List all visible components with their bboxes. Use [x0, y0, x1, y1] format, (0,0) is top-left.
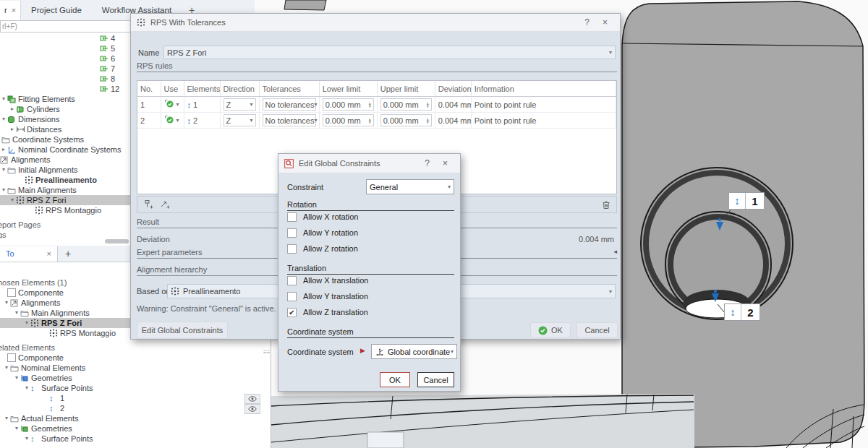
- ok-button[interactable]: OK: [530, 322, 571, 338]
- chevron-right-icon[interactable]: ▸: [9, 104, 16, 114]
- table-row[interactable]: 1▾↕ 1Z▾No tolerances▾0.000 mm▴▾0.000 mm▴…: [137, 97, 616, 113]
- tree-item-geometries[interactable]: ▾Geometries: [0, 373, 271, 383]
- chevron-down-icon[interactable]: ▾: [3, 413, 10, 423]
- use-toggle[interactable]: ▾: [161, 97, 184, 113]
- chevron-down-icon[interactable]: ▾: [3, 298, 10, 308]
- checkbox-allow-z-rotation[interactable]: Allow Z rotation: [287, 242, 358, 255]
- tree-item-nominal-elements[interactable]: ▾Nominal Elements: [0, 363, 271, 373]
- checkbox-allow-x-translation[interactable]: Allow X translation: [287, 274, 369, 287]
- chevron-right-icon[interactable]: ▸: [0, 145, 7, 155]
- tree-item-fitting-elements[interactable]: ▾Fitting Elements: [0, 94, 130, 104]
- tree-item-preallineamento[interactable]: Preallineamento: [0, 175, 130, 185]
- tree-item-4[interactable]: 4: [0, 33, 130, 43]
- tree-item-dimensions[interactable]: ▾Dimensions: [0, 114, 130, 124]
- chevron-down-icon[interactable]: ▾: [13, 423, 20, 434]
- horizontal-scrollbar[interactable]: [105, 239, 129, 244]
- upper-limit-input[interactable]: 0.000 mm▴▾: [377, 97, 435, 113]
- collapse-icon[interactable]: ◂: [613, 248, 617, 255]
- chevron-down-icon[interactable]: ▾: [3, 363, 10, 373]
- lower-limit-input[interactable]: 0.000 mm▴▾: [319, 113, 377, 129]
- point-label-2[interactable]: ↕ 2: [724, 303, 760, 321]
- tree-item-7[interactable]: 7: [0, 64, 130, 74]
- chevron-right-icon[interactable]: ▸: [9, 124, 16, 134]
- chevron-down-icon[interactable]: ▾: [23, 318, 30, 328]
- ok-button[interactable]: OK: [380, 372, 410, 387]
- lower-limit-input[interactable]: 0.000 mm▴▾: [319, 97, 377, 113]
- chevron-down-icon[interactable]: ▾: [0, 114, 7, 124]
- help-button[interactable]: ?: [418, 158, 436, 168]
- checkbox-box[interactable]: [287, 212, 297, 222]
- dialog-titlebar[interactable]: Edit Global Constraints ? ×: [278, 154, 460, 173]
- column-header-no[interactable]: No.: [137, 81, 161, 97]
- tree-item-8[interactable]: 8: [0, 74, 130, 84]
- column-header-deviation[interactable]: Deviation: [435, 81, 471, 97]
- chevron-down-icon[interactable]: ▾: [13, 373, 20, 383]
- tree-item-1[interactable]: ↕1: [0, 393, 271, 403]
- direction-select[interactable]: Z▾: [220, 113, 259, 129]
- checkbox-box[interactable]: [287, 292, 297, 301]
- column-header-direction[interactable]: Direction: [220, 81, 259, 97]
- tree-item-12[interactable]: 12: [0, 84, 130, 94]
- add-tab-button-2[interactable]: +: [58, 248, 78, 259]
- constraint-combo[interactable]: General ▾: [366, 179, 454, 194]
- tree-item-coordinate-systems[interactable]: Coordinate Systems: [0, 134, 130, 145]
- close-icon[interactable]: ×: [12, 6, 16, 14]
- tree-item-initial-alignments[interactable]: ▾Initial Alignments: [0, 165, 130, 175]
- chevron-down-icon[interactable]: ▾: [0, 94, 7, 104]
- column-header-elements[interactable]: Elements: [184, 81, 220, 97]
- chevron-down-icon[interactable]: ▾: [23, 434, 30, 444]
- close-icon[interactable]: ×: [47, 249, 51, 258]
- tree-item-nominal-coordinate-systems[interactable]: ▸Nominal Coordinate Systems: [0, 145, 130, 155]
- tree-item-6[interactable]: 6: [0, 53, 130, 64]
- dialog-titlebar[interactable]: RPS With Tolerances ? ×: [131, 14, 620, 32]
- column-header-use[interactable]: Use: [161, 81, 184, 97]
- tab-to[interactable]: To ×: [0, 246, 58, 262]
- cancel-button[interactable]: Cancel: [576, 322, 618, 338]
- edit-global-constraints-button[interactable]: Edit Global Constraints: [137, 322, 228, 339]
- search-input[interactable]: [0, 20, 133, 33]
- section-label-elated-elements[interactable]: elated Elements: [0, 343, 271, 353]
- tree-item-rps-montaggio[interactable]: RPS Montaggio: [0, 205, 130, 215]
- tab-project-guide[interactable]: Project Guide: [21, 6, 92, 14]
- tree-item-2[interactable]: ↕2: [0, 403, 271, 413]
- column-header-upper-limit[interactable]: Upper limit: [377, 81, 435, 97]
- tree-item-componente[interactable]: Componente: [0, 353, 271, 363]
- tree-item-alignments[interactable]: Alignments: [0, 155, 130, 165]
- chevron-down-icon[interactable]: ▾: [13, 308, 20, 318]
- tree-item-actual-elements[interactable]: ▾Actual Elements: [0, 413, 271, 423]
- checkbox-box[interactable]: ✔: [287, 308, 297, 317]
- tab-current[interactable]: r ×: [0, 1, 21, 20]
- splitter-grip[interactable]: ≡≡: [263, 349, 270, 356]
- eye-icon[interactable]: [244, 394, 260, 404]
- add-point-button[interactable]: [143, 199, 154, 210]
- chevron-down-icon[interactable]: ▾: [0, 185, 7, 195]
- name-combo[interactable]: RPS Z Fori ▾: [163, 46, 616, 59]
- chevron-down-icon[interactable]: ▾: [9, 195, 16, 205]
- tolerances-select[interactable]: No tolerances▾: [259, 97, 319, 113]
- help-button[interactable]: ?: [578, 17, 596, 27]
- add-direction-button[interactable]: [160, 199, 171, 210]
- point-label-1[interactable]: ↕ 1: [728, 192, 765, 210]
- column-header-lower-limit[interactable]: Lower limit: [319, 81, 377, 97]
- checkbox-allow-z-translation[interactable]: ✔Allow Z translation: [287, 306, 368, 319]
- section-label-eport-pages[interactable]: eport Pages: [0, 220, 130, 230]
- tree-item-surface-points[interactable]: ▾↕Surface Points: [0, 434, 271, 444]
- tree-item-rps-z-fori[interactable]: ▾RPS Z Fori: [0, 195, 130, 205]
- direction-select[interactable]: Z▾: [220, 97, 259, 113]
- tree-item-main-alignments[interactable]: ▾Main Alignments: [0, 185, 130, 195]
- column-header-information[interactable]: Information: [471, 81, 616, 97]
- chevron-down-icon[interactable]: ▾: [0, 165, 7, 175]
- tree-item-surface-points[interactable]: ▾↕Surface Points: [0, 383, 271, 393]
- column-header-tolerances[interactable]: Tolerances: [259, 81, 319, 97]
- eye-icon[interactable]: [244, 404, 260, 414]
- close-button[interactable]: ×: [596, 17, 614, 27]
- checkbox-box[interactable]: [287, 228, 297, 238]
- chevron-down-icon[interactable]: ▾: [23, 383, 30, 393]
- tolerances-select[interactable]: No tolerances▾: [259, 113, 319, 129]
- tree-item-distances[interactable]: ▸Distances: [0, 124, 130, 134]
- close-button[interactable]: ×: [436, 158, 454, 168]
- rules-table[interactable]: No.UseElementsDirectionTolerancesLower l…: [137, 81, 616, 129]
- use-toggle[interactable]: ▾: [161, 113, 184, 129]
- tree-item-geometries[interactable]: ▾Geometries: [0, 423, 271, 434]
- tree-item-5[interactable]: 5: [0, 43, 130, 53]
